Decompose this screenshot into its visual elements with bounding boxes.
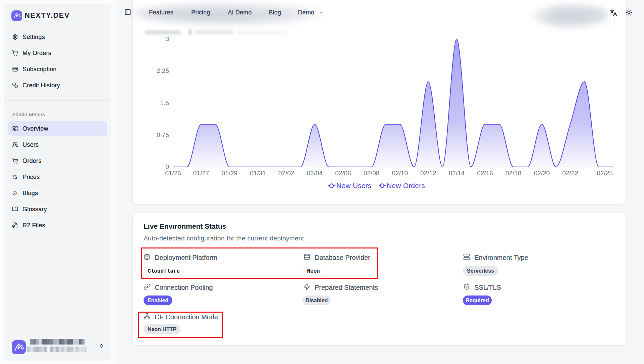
svg-text:3: 3 — [165, 35, 169, 42]
svg-text:01/29: 01/29 — [222, 170, 238, 177]
svg-text:1.5: 1.5 — [160, 99, 169, 106]
svg-text:02/18: 02/18 — [505, 170, 522, 177]
svg-text:0: 0 — [165, 163, 169, 170]
svg-text:2.25: 2.25 — [157, 67, 169, 74]
svg-text:01/25: 01/25 — [165, 170, 181, 177]
svg-text:0.75: 0.75 — [157, 131, 169, 138]
svg-text:01/31: 01/31 — [250, 170, 266, 177]
svg-text:02/12: 02/12 — [420, 170, 436, 177]
svg-text:02/25: 02/25 — [597, 170, 613, 177]
svg-text:New Users: New Users — [336, 182, 371, 189]
svg-text:02/22: 02/22 — [562, 170, 578, 177]
svg-text:02/04: 02/04 — [307, 170, 323, 177]
svg-text:02/06: 02/06 — [335, 170, 351, 177]
svg-text:02/14: 02/14 — [449, 170, 465, 177]
svg-text:New Orders: New Orders — [387, 182, 425, 189]
svg-text:02/08: 02/08 — [364, 170, 380, 177]
svg-text:02/02: 02/02 — [278, 170, 294, 177]
svg-text:02/20: 02/20 — [534, 170, 550, 177]
svg-text:01/27: 01/27 — [193, 170, 209, 177]
svg-text:02/10: 02/10 — [392, 170, 408, 177]
svg-text:02/16: 02/16 — [477, 170, 493, 177]
